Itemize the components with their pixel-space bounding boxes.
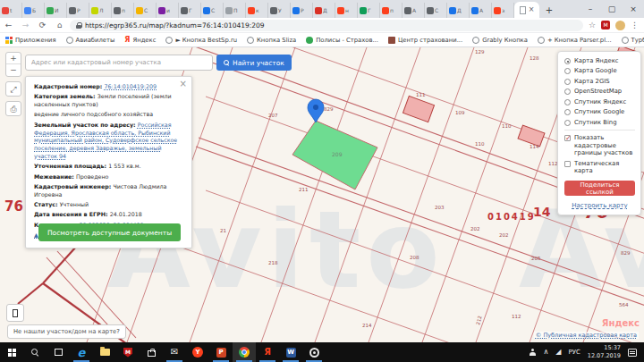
browser-tab[interactable]: п <box>112 3 134 18</box>
browser-tab[interactable]: Л <box>89 3 112 18</box>
attribution-link[interactable]: © Публичная кадастровая карта <box>534 332 639 339</box>
network-icon[interactable]: ◢ <box>555 349 561 356</box>
card-close-icon[interactable]: × <box>180 79 187 88</box>
taskbar-start-icon[interactable] <box>0 342 23 362</box>
browser-tab[interactable]: П <box>224 3 246 18</box>
browser-tab[interactable]: Р <box>67 3 89 18</box>
browser-tab[interactable]: н <box>335 3 358 18</box>
browser-tab[interactable]: t <box>0 3 22 18</box>
taskbar-mail-icon[interactable]: ✉ <box>163 342 186 362</box>
browser-tab[interactable]: С <box>134 3 157 18</box>
browser-tab[interactable]: Г <box>358 3 380 18</box>
bookmark-item[interactable]: Центр страховани... <box>388 37 462 44</box>
bookmark-item[interactable]: Grably Кнопка <box>472 37 528 44</box>
forward-button[interactable]: → <box>17 21 34 29</box>
base-layer-option[interactable]: Карта Google <box>564 67 635 74</box>
close-button[interactable]: × <box>623 0 644 18</box>
checkbox-icon[interactable] <box>564 161 571 167</box>
radio-icon[interactable] <box>564 68 571 74</box>
browser-tab[interactable]: Д <box>447 3 470 18</box>
fullscreen-button[interactable] <box>6 304 24 322</box>
measure-button[interactable]: ⤢ <box>5 81 21 97</box>
overlay-option[interactable]: Тематическая карта <box>564 160 635 175</box>
zoom-out-button[interactable]: − <box>6 64 21 76</box>
browser-tab[interactable]: п <box>380 3 402 18</box>
taskbar-chrome-icon[interactable] <box>233 342 256 362</box>
zoom-in-button[interactable]: + <box>6 53 21 64</box>
checkbox-icon[interactable] <box>564 135 571 141</box>
bookmark-item[interactable]: Кнопка Sliza <box>247 37 296 44</box>
bookmark-item[interactable]: Полисы - Страхов... <box>306 37 378 44</box>
base-layer-option[interactable]: Спутник Яндекс <box>564 98 635 105</box>
minimize-button[interactable]: – <box>580 0 601 18</box>
tray-expand-icon[interactable]: ∧ <box>543 349 548 356</box>
search-input[interactable] <box>25 55 213 71</box>
browser-tab[interactable]: Р <box>291 3 313 18</box>
home-button[interactable]: ⌂ <box>51 21 68 29</box>
browser-tab[interactable]: И <box>45 3 67 18</box>
find-parcel-button[interactable]: Найти участок <box>216 55 292 71</box>
map-help-tooltip[interactable]: Не нашли участок/дом на карте? <box>7 324 126 339</box>
maximize-button[interactable]: ▢ <box>601 0 623 18</box>
browser-tab[interactable]: А <box>470 3 492 18</box>
bookmark-star-icon[interactable]: ☆ <box>589 21 596 29</box>
radio-icon[interactable] <box>564 88 571 95</box>
taskbar-store-icon[interactable] <box>140 342 163 362</box>
bookmark-item[interactable]: Турбо.Парсер <box>622 37 644 44</box>
radio-icon[interactable] <box>564 99 571 105</box>
taskbar-edge-icon[interactable]: e <box>70 342 93 362</box>
card-link[interactable]: 76:14:010419:209 <box>105 83 157 89</box>
browser-tab[interactable]: Б <box>22 3 45 18</box>
share-link-button[interactable]: Поделиться ссылкой <box>564 181 635 196</box>
taskbar-yandex-icon[interactable]: Я <box>256 342 279 362</box>
back-button[interactable]: ← <box>0 21 17 29</box>
overlay-option[interactable]: Показать кадастровые границы участков <box>564 134 635 156</box>
radio-icon[interactable] <box>564 58 571 64</box>
browser-tab[interactable]: С <box>425 3 447 18</box>
base-layer-option[interactable]: Спутник Bing <box>564 119 635 126</box>
base-layer-option[interactable]: OpenStreetMap <box>564 88 635 95</box>
profile-avatar[interactable] <box>615 21 625 30</box>
bookmark-item[interactable]: Авиабилеты <box>66 37 115 44</box>
base-layer-option[interactable]: Спутник Google <box>564 108 635 115</box>
reload-button[interactable]: ⟳ <box>34 21 51 29</box>
people-icon[interactable] <box>529 349 536 356</box>
browser-tab[interactable]: У <box>268 3 291 18</box>
taskbar-target-icon[interactable] <box>302 342 326 362</box>
browser-tab[interactable]: к <box>246 3 268 18</box>
active-tab[interactable]: × <box>514 2 539 18</box>
configure-map-link[interactable]: Настроить карту <box>564 202 635 209</box>
taskbar-powerpoint-icon[interactable]: P <box>209 342 233 362</box>
bookmark-item[interactable]: Приложения <box>5 37 56 44</box>
extension-icon[interactable] <box>601 21 610 29</box>
taskbar-yandex-browser-icon[interactable]: Y <box>186 342 209 362</box>
print-button[interactable]: ⎙ <box>5 101 21 116</box>
radio-icon[interactable] <box>564 109 571 115</box>
view-documents-button[interactable]: Посмотреть доступные документы <box>38 223 181 241</box>
taskbar-search-icon[interactable] <box>23 342 47 362</box>
browser-tab[interactable]: С <box>201 3 224 18</box>
browser-tab[interactable]: и <box>157 3 179 18</box>
radio-icon[interactable] <box>564 120 571 126</box>
clock[interactable]: 15:37 12.07.2019 <box>588 344 621 360</box>
taskbar-taskview-icon[interactable] <box>47 342 70 362</box>
browser-tab[interactable]: А <box>402 3 425 18</box>
bookmark-item[interactable]: ► Кнопка BestSp.ru <box>165 37 237 44</box>
browser-tab[interactable]: Д <box>313 3 335 18</box>
taskbar-word-icon[interactable]: W <box>279 342 302 362</box>
bookmark-item[interactable]: + Кнопка Parser.pl... <box>538 37 612 44</box>
taskbar-mcafee-icon[interactable]: M <box>116 342 140 362</box>
browser-tab[interactable]: Г <box>179 3 201 18</box>
radio-icon[interactable] <box>564 79 571 85</box>
base-layer-option[interactable]: Карта 2GIS <box>564 78 635 85</box>
notification-center-icon[interactable] <box>628 349 637 357</box>
bookmark-item[interactable]: ЯЯндекс <box>124 37 156 44</box>
browser-tab[interactable]: з <box>492 3 514 18</box>
new-tab-button[interactable]: + <box>543 3 555 18</box>
tab-close-icon[interactable]: × <box>529 6 535 13</box>
browser-menu-icon[interactable]: ⋮ <box>631 21 639 29</box>
language-indicator[interactable]: РУС <box>568 349 580 356</box>
taskbar-explorer-icon[interactable] <box>93 342 116 362</box>
address-bar[interactable]: https://egrp365.ru/map/?kadnum=76:14:010… <box>70 20 583 31</box>
base-layer-option[interactable]: Карта Яндекс <box>564 57 635 64</box>
